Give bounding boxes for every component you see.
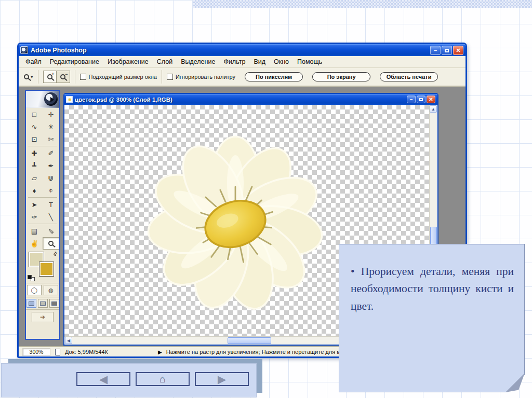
fullscreen-mode-button[interactable]	[49, 299, 59, 308]
fit-window-checkbox[interactable]	[80, 74, 86, 80]
minimize-button[interactable]: –	[430, 46, 441, 55]
background-color-swatch[interactable]	[39, 262, 54, 276]
menu-filter[interactable]: Фильтр	[220, 57, 249, 66]
eyedropper-tool[interactable]: ✎	[43, 225, 59, 237]
rectangular-marquee-icon: □	[32, 111, 36, 118]
menu-file[interactable]: Файл	[22, 57, 45, 66]
default-colors-icon[interactable]	[28, 275, 35, 281]
quick-mask-mode-button[interactable]: ◍	[44, 285, 58, 295]
decor-hatch-band	[193, 0, 532, 8]
line-icon: ╲	[49, 213, 53, 221]
line-tool[interactable]: ╲	[43, 211, 59, 223]
notes-tool[interactable]: ▤	[26, 225, 43, 237]
tool-separator	[28, 197, 57, 198]
photoshop-titlebar[interactable]: Adobe Photoshop – ✕	[19, 44, 466, 56]
zoom-in-button[interactable]: +	[44, 71, 57, 83]
dodge-icon: ⌽	[49, 186, 53, 195]
crop-icon: ⊡	[32, 135, 37, 143]
eraser-icon: ▱	[32, 174, 37, 182]
history-brush-tool[interactable]: ✒	[43, 159, 59, 172]
document-icon	[66, 96, 73, 103]
menu-edit[interactable]: Редактирование	[46, 57, 103, 66]
document-size-readout: Док: 5,99М/544К	[65, 349, 108, 355]
rectangular-marquee-tool[interactable]: □	[26, 108, 43, 120]
magic-wand-tool[interactable]: ✳	[43, 120, 59, 133]
document-titlebar[interactable]: цветок.psd @ 300% (Слой 1,RGB) – ✕	[64, 94, 437, 105]
move-tool[interactable]: ✛	[43, 108, 59, 120]
lasso-tool[interactable]: ∿	[26, 120, 43, 133]
healing-brush-tool[interactable]: ✚	[26, 147, 43, 159]
print-size-button[interactable]: Область печати	[380, 72, 438, 81]
horizontal-scroll-thumb[interactable]	[228, 337, 271, 344]
fit-window-group: Подходящий размер окна	[80, 74, 157, 80]
slide: Adobe Photoshop – ✕ Файл Редактирование …	[0, 0, 532, 398]
scroll-up-icon[interactable]: ▲	[430, 105, 437, 113]
document-minimize-button[interactable]: –	[407, 95, 416, 103]
menu-window[interactable]: Окно	[270, 57, 292, 66]
document-title: цветок.psd @ 300% (Слой 1,RGB)	[75, 97, 405, 103]
type-tool[interactable]: T	[43, 198, 59, 211]
hand-tool[interactable]: ✌	[26, 237, 43, 250]
swap-colors-icon[interactable]: ⇄	[51, 250, 59, 257]
restore-button[interactable]	[442, 46, 452, 55]
actual-pixels-button[interactable]: По пикселям	[245, 72, 303, 81]
scroll-left-icon[interactable]: ◀	[65, 337, 72, 344]
clone-stamp-icon: ┻	[32, 162, 36, 170]
ignore-palettes-checkbox[interactable]	[167, 74, 173, 80]
document-close-button[interactable]: ✕	[427, 95, 435, 103]
ignore-palettes-group: Игнорировать палитру	[167, 74, 235, 80]
paint-bucket-icon: ⋓	[48, 174, 54, 182]
standard-screen-mode-button[interactable]	[26, 299, 36, 308]
zoom-mode-group: + −	[43, 71, 70, 83]
paint-bucket-tool[interactable]: ⋓	[43, 172, 59, 184]
chevron-down-icon[interactable]: ▾	[31, 74, 33, 79]
zoom-tool-icon	[48, 241, 54, 246]
magic-wand-icon: ✳	[48, 123, 54, 131]
imageready-row: ➔	[26, 309, 59, 323]
daisy-flower-artwork	[142, 127, 328, 318]
navigation-bar: ◀ ⌂ ▶	[1, 363, 257, 397]
zoom-out-button[interactable]: −	[57, 71, 70, 83]
menu-image[interactable]: Изображение	[104, 57, 152, 66]
back-button[interactable]: ◀	[76, 372, 130, 386]
home-button[interactable]: ⌂	[136, 372, 190, 386]
crop-tool[interactable]: ⊡	[26, 133, 43, 145]
eraser-tool[interactable]: ▱	[26, 172, 43, 184]
dodge-tool[interactable]: ⌽	[43, 184, 59, 197]
fullscreen-menubar-mode-button[interactable]	[38, 299, 48, 308]
photoshop-eye-logo	[26, 91, 59, 108]
brush-tool[interactable]: ✐	[43, 147, 59, 159]
status-zoom-field[interactable]: 300%	[22, 348, 50, 356]
forward-arrow-icon: ▶	[218, 374, 226, 385]
standard-mode-button[interactable]: ◯	[27, 285, 42, 295]
toolbox-palette: □ ✛ ∿ ✳ ⊡ ✄ ✚ ✐ ┻ ✒ ▱ ⋓ ♦ ⌽ ➤	[25, 90, 60, 340]
path-selection-tool[interactable]: ➤	[26, 198, 43, 211]
document-window-controls: – ✕	[407, 95, 435, 103]
forward-button[interactable]: ▶	[195, 372, 249, 386]
jump-to-imageready-button[interactable]: ➔	[32, 312, 54, 322]
document-maximize-button[interactable]	[417, 95, 425, 103]
blur-icon: ♦	[33, 187, 36, 195]
mask-mode-row: ◯ ◍	[26, 283, 59, 297]
page-icon	[55, 349, 60, 355]
status-arrow-icon[interactable]: ▶	[158, 349, 162, 355]
tool-separator	[28, 146, 57, 146]
menu-layer[interactable]: Слой	[153, 57, 176, 66]
zoom-tool[interactable]	[43, 237, 59, 250]
options-separator	[38, 70, 38, 84]
pen-tool[interactable]: ✑	[26, 211, 43, 223]
screen-mode-row	[26, 297, 59, 309]
close-button[interactable]: ✕	[453, 46, 463, 55]
clone-stamp-tool[interactable]: ┻	[26, 159, 43, 172]
status-hint-text: Нажмите на растр для увеличения; Нажмите…	[166, 349, 361, 355]
window-title: Adobe Photoshop	[31, 47, 428, 54]
menu-select[interactable]: Выделение	[177, 57, 219, 66]
menu-view[interactable]: Вид	[250, 57, 269, 66]
fit-on-screen-button[interactable]: По экрану	[312, 72, 370, 81]
blur-tool[interactable]: ♦	[26, 184, 43, 197]
menu-help[interactable]: Помощь	[294, 57, 326, 66]
type-icon: T	[49, 201, 53, 209]
back-arrow-icon: ◀	[99, 374, 108, 385]
slice-tool[interactable]: ✄	[43, 133, 59, 145]
options-separator	[162, 70, 162, 84]
